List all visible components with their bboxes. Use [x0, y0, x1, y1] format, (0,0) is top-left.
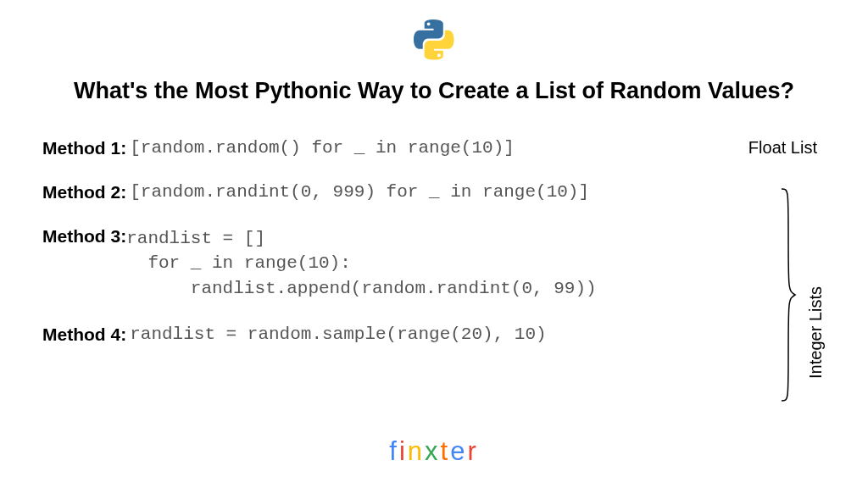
main-container: What's the Most Pythonic Way to Create a… [0, 0, 868, 488]
method-1-row: Method 1: [random.random() for _ in rang… [42, 138, 826, 158]
logo-char-t: t [441, 436, 451, 466]
method-3-code-block: randlist = [] for _ in range(10): randli… [126, 226, 597, 301]
curly-brace-icon [780, 185, 797, 405]
method-4-row: Method 4: randlist = random.sample(range… [42, 324, 826, 345]
method-4-code: randlist = random.sample(range(20), 10) [130, 324, 546, 344]
logo-char-x: x [425, 436, 441, 466]
logo-char-i: i [399, 436, 408, 466]
page-title: What's the Most Pythonic Way to Create a… [74, 78, 794, 104]
logo-char-n: n [408, 436, 425, 466]
integer-lists-annotation: Integer Lists [806, 286, 826, 379]
method-3-line-2: for _ in range(10): [126, 251, 597, 275]
python-logo-icon [411, 17, 457, 63]
method-3-line-3: randlist.append(random.randint(0, 99)) [126, 276, 597, 301]
method-2-code: [random.randint(0, 999) for _ in range(1… [130, 182, 589, 202]
logo-char-f: f [389, 436, 399, 466]
method-1-label: Method 1: [42, 138, 126, 158]
method-3-row: Method 3: randlist = [] for _ in range(1… [42, 226, 826, 301]
float-list-annotation: Float List [748, 138, 817, 158]
method-2-row: Method 2: [random.randint(0, 999) for _ … [42, 182, 826, 202]
method-4-label: Method 4: [42, 324, 126, 345]
method-2-label: Method 2: [42, 182, 126, 202]
methods-area: Method 1: [random.random() for _ in rang… [42, 138, 826, 475]
finxter-logo: finxter [389, 436, 478, 467]
method-3-line-1: randlist = [] [126, 226, 597, 251]
logo-char-r: r [467, 436, 478, 466]
method-1-code: [random.random() for _ in range(10)] [130, 138, 515, 158]
logo-char-e: e [450, 436, 467, 466]
method-3-label: Method 3: [42, 226, 126, 247]
